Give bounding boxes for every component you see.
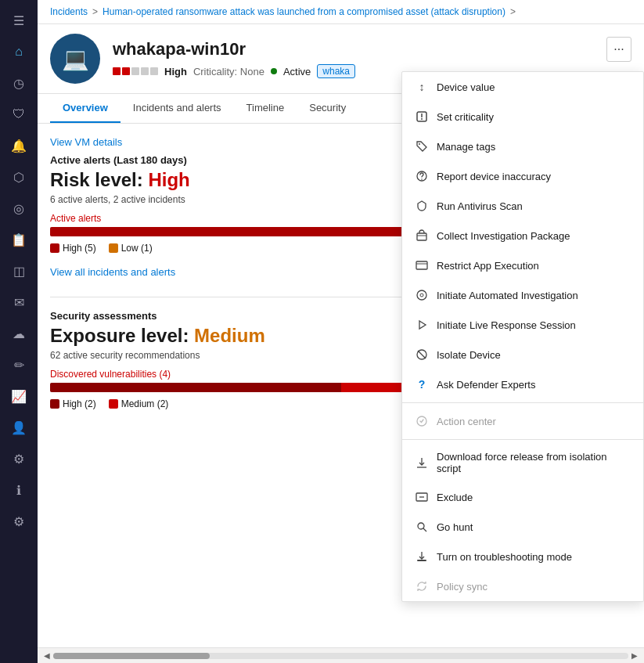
menu-item-manage-tags[interactable]: Manage tags	[402, 132, 643, 161]
menu-item-collect-package[interactable]: Collect Investigation Package	[402, 221, 643, 250]
bell-icon[interactable]: 🔔	[5, 132, 33, 160]
chart-icon[interactable]: 👤	[5, 413, 33, 441]
search-icon[interactable]: ⬡	[5, 163, 33, 191]
scroll-left-arrow[interactable]: ◀	[41, 651, 53, 660]
menu-label-troubleshoot: Turn on troubleshooting mode	[437, 551, 572, 563]
device-tag[interactable]: whaka	[317, 64, 355, 78]
menu-label-set-criticality: Set criticality	[437, 111, 494, 123]
legend-vuln-high: High (2)	[50, 398, 96, 409]
menu-item-isolate[interactable]: Isolate Device	[402, 340, 643, 369]
menu-label-auto-investigation: Initiate Automated Investigation	[437, 290, 578, 301]
menu-item-policy-sync: Policy sync	[402, 571, 643, 601]
menu-item-set-criticality[interactable]: Set criticality	[402, 102, 643, 132]
menu-label-collect-package: Collect Investigation Package	[437, 230, 570, 242]
menu-label-download-script: Download force release from isolation sc…	[437, 451, 631, 474]
device-header: 💻 whakapa-win10r High Criticality: None …	[38, 24, 644, 94]
people-icon[interactable]: ✉	[5, 288, 33, 316]
legend-high: High (5)	[50, 243, 96, 254]
menu-label-isolate: Isolate Device	[437, 349, 501, 361]
home-icon[interactable]: ⌂	[5, 38, 33, 66]
more-options-button[interactable]: ···	[606, 37, 631, 62]
menu-label-manage-tags: Manage tags	[437, 141, 495, 153]
legend-label-low: Low (1)	[121, 243, 153, 254]
menu-item-go-hunt[interactable]: Go hunt	[402, 512, 643, 542]
breadcrumb-arrow: >	[510, 6, 516, 17]
severity-dot-2	[122, 67, 130, 75]
risk-level-value: High	[148, 169, 189, 190]
menu-item-device-value[interactable]: ↕ Device value	[402, 72, 643, 102]
vuln-bar-high	[50, 383, 341, 392]
exposure-level-value: Medium	[194, 325, 265, 346]
scroll-track[interactable]	[53, 653, 628, 659]
menu-label-live-response: Initiate Live Response Session	[437, 319, 576, 331]
severity-dot-4	[141, 67, 149, 75]
book-icon[interactable]: ◫	[5, 257, 33, 285]
menu-item-download-script[interactable]: Download force release from isolation sc…	[402, 443, 643, 482]
svg-rect-8	[416, 261, 427, 269]
device-avatar: 💻	[50, 34, 100, 84]
breadcrumb-incidents-link[interactable]: Incidents	[50, 6, 88, 17]
svg-point-20	[418, 523, 424, 529]
package-icon	[415, 229, 429, 243]
scroll-thumb[interactable]	[53, 653, 210, 659]
menu-item-troubleshoot[interactable]: Turn on troubleshooting mode	[402, 542, 643, 571]
menu-label-report-inaccuracy: Report device inaccuracy	[437, 171, 551, 182]
restrict-icon	[415, 258, 429, 272]
user-icon[interactable]: ⚙	[5, 445, 33, 473]
menu-item-action-center: Action center	[402, 406, 643, 436]
info-icon[interactable]: ℹ	[5, 476, 33, 504]
svg-rect-23	[417, 560, 426, 561]
report-icon	[415, 169, 429, 183]
isolate-icon	[415, 348, 429, 362]
menu-divider-1	[402, 402, 643, 403]
menu-item-live-response[interactable]: Initiate Live Response Session	[402, 310, 643, 340]
menu-item-exclude[interactable]: Exclude	[402, 482, 643, 512]
tab-overview[interactable]: Overview	[50, 94, 121, 123]
graph-icon[interactable]: ◎	[5, 194, 33, 222]
severity-dots	[113, 67, 158, 75]
legend-label-high: High (5)	[63, 243, 96, 254]
target-icon[interactable]: 📋	[5, 225, 33, 254]
legend-dot-low	[109, 243, 118, 253]
status-indicator	[271, 68, 277, 74]
policy-sync-icon	[415, 579, 429, 593]
svg-line-21	[423, 528, 426, 531]
live-response-icon	[415, 318, 429, 332]
main-content: Incidents > Human-operated ransomware at…	[38, 0, 644, 663]
legend-label-vuln-high: High (2)	[63, 398, 96, 409]
download-icon	[415, 456, 429, 470]
edit-icon[interactable]: 📈	[5, 382, 33, 410]
device-name: whakapa-win10r	[113, 39, 631, 59]
svg-point-10	[417, 290, 426, 300]
sort-icon: ↕	[415, 80, 429, 94]
tab-incidents-alerts[interactable]: Incidents and alerts	[121, 94, 234, 123]
severity-dot-1	[113, 67, 121, 75]
hamburger-icon[interactable]: ☰	[5, 6, 33, 34]
legend-vuln-medium: Medium (2)	[109, 398, 169, 409]
tag-icon	[415, 139, 429, 153]
scroll-right-arrow[interactable]: ▶	[628, 651, 641, 660]
breadcrumb-current-page[interactable]: Human-operated ransomware attack was lau…	[103, 6, 505, 17]
svg-point-11	[420, 294, 423, 297]
menu-item-run-av[interactable]: Run Antivirus Scan	[402, 191, 643, 221]
legend-low: Low (1)	[109, 243, 153, 254]
menu-label-policy-sync: Policy sync	[437, 581, 487, 593]
mail-icon[interactable]: ☁	[5, 319, 33, 348]
tab-security[interactable]: Security	[297, 94, 358, 123]
shield-icon[interactable]: 🛡	[5, 100, 33, 128]
menu-item-report-inaccuracy[interactable]: Report device inaccuracy	[402, 161, 643, 191]
menu-label-run-av: Run Antivirus Scan	[437, 200, 523, 212]
menu-item-restrict-app[interactable]: Restrict App Execution	[402, 250, 643, 280]
tab-timeline[interactable]: Timeline	[234, 94, 297, 123]
svg-point-2	[421, 118, 423, 120]
view-all-incidents-link[interactable]: View all incidents and alerts	[50, 266, 175, 278]
laptop-icon: 💻	[62, 46, 89, 72]
settings-icon[interactable]: ⚙	[5, 507, 33, 535]
cloud-icon[interactable]: ✏	[5, 351, 33, 379]
clock-icon[interactable]: ◷	[5, 69, 33, 97]
view-vm-details-link[interactable]: View VM details	[50, 136, 122, 148]
auto-invest-icon	[415, 288, 429, 302]
menu-item-auto-investigation[interactable]: Initiate Automated Investigation	[402, 280, 643, 310]
menu-item-ask-experts[interactable]: ? Ask Defender Experts	[402, 369, 643, 399]
svg-marker-12	[419, 321, 426, 329]
